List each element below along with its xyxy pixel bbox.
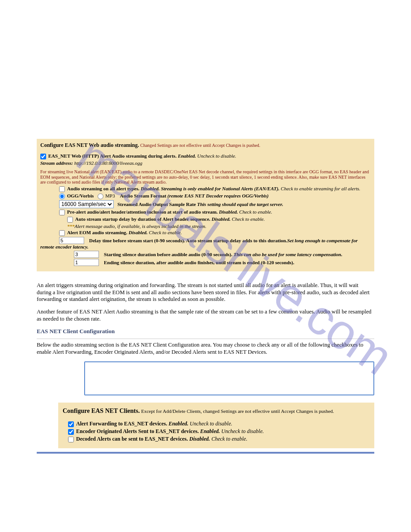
clients-panel: Configure EAS NET Clients. Except for Ad… — [58, 403, 374, 448]
alert-forwarding-checkbox[interactable] — [68, 421, 74, 427]
start-silence-hint: This can also be used for some latency c… — [234, 252, 342, 257]
format-mp3-label: MP3 — [105, 193, 115, 198]
panel2-heading: Configure EAS NET Clients. — [63, 408, 140, 414]
all-alert-types-hint: Check to enable streaming for all alerts… — [281, 186, 360, 191]
stream-address-label: Stream address: — [40, 160, 73, 166]
eom-checkbox[interactable] — [59, 230, 65, 236]
sample-rate-hint: This setting should equal the target ser… — [197, 202, 283, 207]
eas-net-web-enable-checkbox[interactable] — [40, 154, 46, 159]
encoder-originated-checkbox[interactable] — [68, 429, 74, 435]
decoded-alerts-label: Decoded Alerts can be sent to EAS_NET de… — [76, 436, 188, 442]
autodelay-checkbox[interactable] — [67, 217, 73, 223]
audio-streaming-panel: Configure EAS NET Web audio streaming. C… — [37, 139, 374, 271]
note-box: Note: Decoded alerts are alerts that are… — [84, 361, 374, 396]
eas-net-web-enable-hint: Uncheck to disable. — [197, 153, 236, 159]
format-hint: (remote EAS NET Decoder requires OGG/Vor… — [167, 193, 269, 198]
delay-input[interactable] — [59, 237, 84, 244]
body-p2: Another feature of EAS NET Alert Audio s… — [37, 309, 374, 322]
alert-forwarding-label: Alert Forwarding to EAS_NET devices. — [76, 420, 167, 427]
autodelay-hint: Check to enable. — [232, 216, 265, 222]
alert-forwarding-hint: Uncheck to disable. — [190, 420, 232, 427]
sample-rate-select[interactable]: 16000 Sample/sec — [59, 200, 114, 208]
sample-rate-label: Streamed Audio Output Sample Rate — [117, 202, 196, 207]
format-ogg-radio[interactable] — [59, 193, 65, 199]
encoder-originated-state: Enabled. — [200, 428, 220, 434]
prealert-label: Pre-alert audio/alert header/attention i… — [67, 209, 218, 215]
body-p3: Below the audio streaming section is the… — [37, 342, 374, 356]
autodelay-label: Auto stream startup delay by duration of… — [75, 216, 210, 222]
all-alert-types-checkbox[interactable] — [59, 186, 65, 192]
delay-label: Delay time before stream start (0-90 sec… — [89, 238, 287, 243]
end-silence-label: Ending silence duration, after audible a… — [104, 260, 294, 265]
decoded-alerts-hint: Check to enable. — [211, 436, 247, 442]
autodelay-state: Disabled. — [212, 216, 231, 222]
format-ogg-label: OGG/Vorbis — [67, 193, 94, 198]
panel2-subnote: Except for Add/Delete Clients, changed S… — [141, 408, 334, 414]
panel1-changed-note: Changed Settings are not effective until… — [140, 143, 260, 148]
decoded-alerts-state: Disabled. — [189, 436, 210, 442]
all-alert-types-state: Disabled. Streaming is only enabled for … — [141, 186, 279, 191]
eom-hint: Check to enable. — [149, 230, 182, 235]
encoder-originated-hint: Uncheck to disable. — [221, 428, 264, 434]
eom-label-bold: EOM audio streaming. — [79, 230, 128, 235]
stream-address-value: http://192.0.0.80:8000/liveeas.ogg — [74, 160, 142, 166]
note-box-text: Note: Decoded alerts are alerts that are… — [91, 367, 362, 390]
decoded-alerts-checkbox[interactable] — [68, 437, 74, 442]
advisory-text: For streaming live National alert (EAN/E… — [40, 169, 371, 185]
footer-bar — [37, 452, 374, 454]
encoder-originated-label: Encoder Originated Alerts Sent to EAS_NE… — [76, 428, 199, 434]
panel1-heading: Configure EAS NET Web audio streaming. — [40, 142, 139, 148]
end-silence-input[interactable] — [74, 259, 99, 266]
start-silence-input[interactable] — [74, 251, 99, 258]
start-silence-label: Starting silence duration before audible… — [104, 252, 232, 257]
eom-label-pre: Alert — [67, 230, 78, 235]
all-alert-types-label: Audio streaming on all alert types. — [67, 186, 140, 191]
prealert-hint: Check to enable. — [239, 209, 272, 215]
eom-state: Disabled. — [128, 230, 147, 235]
body-p1: An alert triggers streaming during origi… — [37, 282, 374, 303]
format-caption: Audio Stream Format — [120, 193, 167, 198]
prealert-checkbox[interactable] — [59, 210, 65, 215]
prealert-state: Disabled. — [219, 209, 238, 215]
section-rule — [37, 339, 374, 339]
alert-forwarding-state: Enabled. — [168, 420, 188, 427]
eas-net-web-enable-state: Enabled. — [178, 153, 196, 159]
eas-net-web-enable-label: EAS_NET Web (HTTP) Alert Audio streaming… — [48, 153, 177, 159]
format-mp3-radio[interactable] — [98, 193, 103, 199]
section-heading: EAS NET Client Configuration — [37, 328, 374, 335]
stars-note-text: Alert message audio, if available, is al… — [75, 223, 206, 229]
body-text-section: An alert triggers streaming during origi… — [37, 282, 374, 356]
